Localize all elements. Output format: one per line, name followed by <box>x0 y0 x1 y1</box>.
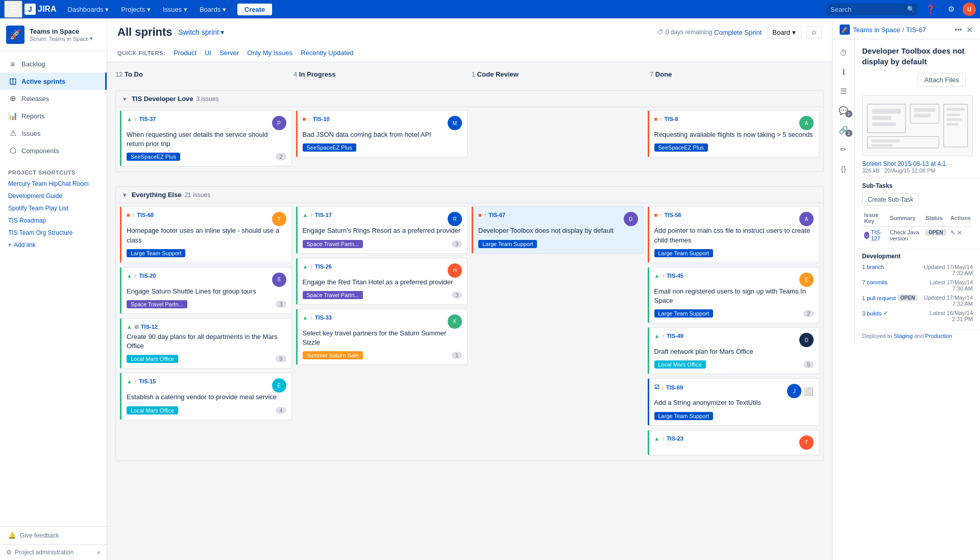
story-icon: ▲ <box>127 378 132 384</box>
done-title: Done <box>655 70 672 78</box>
card-tis-33[interactable]: ▲ ↑ TIS-33 K Select key travel partners … <box>296 309 468 365</box>
switch-sprint-button[interactable]: Switch sprint ▾ <box>179 28 224 36</box>
sidebar-item-components[interactable]: ⬡ Components <box>0 142 107 159</box>
card-tis-45[interactable]: ▲ ↑ TIS-45 E Email non registered users … <box>648 267 820 323</box>
svg-rect-14 <box>871 139 900 142</box>
bug-icon: ■ <box>654 212 658 218</box>
deployed-production-link[interactable]: Production <box>925 333 952 339</box>
card-tis-49[interactable]: ▲ ↑ TIS-49 D Draft network plan for Mars… <box>648 327 820 374</box>
filter-recently-updated[interactable]: Recently Updated <box>301 47 353 59</box>
panel-icon-link[interactable]: 🔗 1 <box>832 120 854 140</box>
add-link-button[interactable]: + Add link <box>0 239 107 251</box>
panel-icon-comment[interactable]: 💬 1 <box>832 101 854 120</box>
card-tis-69[interactable]: ☑ ↑ TIS-69 J ⬜ Add a String anonymizer t… <box>648 378 820 425</box>
search-input[interactable] <box>826 3 918 16</box>
rp-project-link[interactable]: Teams in Space <box>853 26 900 34</box>
shortcut-mercury[interactable]: Mercury Team HipChat Room <box>0 178 107 190</box>
card-count: 5 <box>803 361 814 368</box>
shortcut-development[interactable]: Development Guide <box>0 190 107 202</box>
rp-issue-link[interactable]: TIS-67 <box>906 26 926 34</box>
subtask-edit-button[interactable]: ✎ <box>950 229 955 236</box>
create-subtask-button[interactable]: Create Sub-Task <box>862 193 919 206</box>
card-tis-15[interactable]: ▲ ↑ TIS-15 E Establish a catering vendor… <box>120 373 292 420</box>
card-tis-12[interactable]: ▲ ⊘ TIS-12 Create 90 day plans for all d… <box>120 318 292 369</box>
sidebar-item-releases[interactable]: ⊕ Releases <box>0 90 107 107</box>
card-count: 4 <box>276 407 286 414</box>
builds-link[interactable]: 3 builds <box>862 310 881 316</box>
filter-only-my-issues[interactable]: Only My Issues <box>247 47 292 59</box>
panel-icon-info[interactable]: ℹ <box>832 62 854 82</box>
pullrequest-date: Updated 17/May/147:32 AM <box>924 295 973 307</box>
help-button[interactable]: ❓ <box>922 3 940 16</box>
swimlane-header-developer-love[interactable]: ▼ TIS Developer Love 3 issues <box>116 91 823 107</box>
board-dropdown-button[interactable]: Board ▾ <box>767 26 801 39</box>
filter-ui[interactable]: UI <box>205 47 211 59</box>
quick-filters-label: QUICK FILTERS: <box>117 50 165 56</box>
screenshot-name[interactable]: Screen Shot 2015-08-13 at 4.1 <box>862 160 973 167</box>
close-panel-button[interactable]: ✕ <box>966 25 973 35</box>
backlog-label: Backlog <box>21 60 45 68</box>
panel-icon-list[interactable]: ☰ <box>832 82 854 101</box>
boards-menu[interactable]: Boards ▾ <box>194 4 231 15</box>
commits-link[interactable]: 7 commits <box>862 279 888 285</box>
feedback-label: Give feedback <box>20 532 59 539</box>
nav-right: 🔍 ❓ ⚙ U <box>826 3 976 16</box>
rp-issue-title: Developer Toolbox does not display by de… <box>855 39 980 73</box>
filter-server[interactable]: Server <box>219 47 239 59</box>
card-tis-20[interactable]: ▲ ↑ TIS-20 S Engage Saturn Shuttle Lines… <box>120 267 292 314</box>
sidebar: 🚀 Teams in Space Scrum: Teams in Space ▾… <box>0 18 107 560</box>
card-label: Large Team Support <box>654 412 713 420</box>
card-title: Add pointer to main css file to instruct… <box>654 226 814 245</box>
card-avatar: E <box>799 273 814 287</box>
star-button[interactable]: ☆ <box>806 26 822 39</box>
give-feedback-button[interactable]: 🔔 Give feedback <box>0 526 107 544</box>
sidebar-item-active-sprints[interactable]: ◫ Active sprints <box>0 72 107 90</box>
collapse-button[interactable]: « <box>97 549 101 556</box>
complete-sprint-button[interactable]: Complete Sprint <box>714 29 762 36</box>
pullrequest-link[interactable]: 1 pull request <box>862 295 896 301</box>
card-tis-68[interactable]: ■ ↑ TIS-68 T Homepage footer uses an inl… <box>120 206 292 262</box>
sidebar-item-reports[interactable]: 📊 Reports <box>0 107 107 125</box>
card-footer: SeeSpaceEZ Plus <box>654 143 814 152</box>
card-tis-17[interactable]: ▲ ↑ TIS-17 R Engage Saturn's Rings Resor… <box>296 206 468 253</box>
projects-menu[interactable]: Projects ▾ <box>116 4 156 15</box>
deployed-staging-link[interactable]: Staging <box>894 333 913 339</box>
swimlane-header-everything-else[interactable]: ▼ Everything Else 21 issues <box>116 187 823 203</box>
subtask-delete-button[interactable]: ✕ <box>957 229 962 236</box>
shortcut-tis-org[interactable]: TIS Team Org Structure <box>0 227 107 239</box>
priority-icon: ↑ <box>662 333 665 339</box>
attach-files-button[interactable]: Attach Files <box>918 73 966 87</box>
card-label: Local Mars Office <box>127 406 178 415</box>
shortcut-spotify[interactable]: Spotify Team Play List <box>0 202 107 214</box>
branch-link[interactable]: 1 branch <box>862 264 884 270</box>
settings-button[interactable]: ⚙ <box>944 3 959 16</box>
user-avatar[interactable]: U <box>963 3 976 16</box>
sidebar-item-backlog[interactable]: ≡ Backlog <box>0 56 107 72</box>
more-actions-button[interactable]: ••• <box>952 25 964 35</box>
sidebar-item-issues[interactable]: ⚠ Issues <box>0 125 107 142</box>
card-id: ■ ↑ TIS-68 <box>127 212 154 218</box>
card-tis-37[interactable]: ▲ ↑ TIS-37 P When requesting user detail… <box>120 110 292 166</box>
col-issue-key: Issue Key <box>862 210 888 227</box>
dashboards-menu[interactable]: Dashboards ▾ <box>62 4 114 15</box>
hamburger-menu[interactable]: ☰ <box>4 1 22 18</box>
shortcut-tis-roadmap[interactable]: TIS Roadmap <box>0 214 107 227</box>
panel-icon-clock[interactable]: ⏱ <box>832 43 854 62</box>
card-tis-67[interactable]: ■ ↑ TIS-67 D Developer Toolbox does not … <box>472 206 644 253</box>
card-tis-10[interactable]: ■ ↑ TIS-10 M Bad JSON data coming back f… <box>296 110 468 157</box>
card-tis-26[interactable]: ▲ ↑ TIS-26 H Engage the Red Titan Hotel … <box>296 258 468 305</box>
card-id: ▲ ↑ TIS-33 <box>303 314 332 321</box>
card-avatar: H <box>448 263 462 278</box>
create-button[interactable]: Create <box>237 4 272 15</box>
card-footer: Large Team Support <box>127 249 286 257</box>
issues-menu[interactable]: Issues ▾ <box>158 4 192 15</box>
card-tis-23[interactable]: ▲ ↑ TIS-23 T <box>648 430 820 455</box>
filter-product[interactable]: Product <box>174 47 197 59</box>
card-key: TIS-12 <box>141 324 158 330</box>
card-tis-56[interactable]: ■ ↑ TIS-56 A Add pointer to main css fil… <box>648 206 820 262</box>
subtask-key-link[interactable]: TIS-127 <box>871 229 886 241</box>
card-tis-8[interactable]: ■ ↑ TIS-8 A Requesting avaliable flights… <box>648 110 820 157</box>
panel-icon-edit[interactable]: ✏ <box>832 140 854 159</box>
project-admin-button[interactable]: ⚙ Project administration « <box>0 544 107 560</box>
panel-icon-code[interactable]: {} <box>832 159 854 178</box>
